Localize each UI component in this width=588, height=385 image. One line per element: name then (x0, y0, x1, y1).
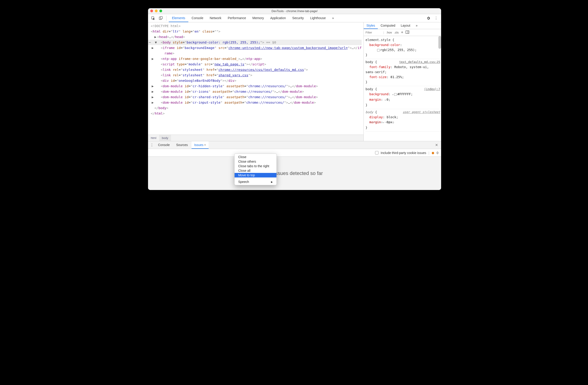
drawer-tab-sources[interactable]: Sources (173, 141, 190, 149)
drawer-menu-icon[interactable] (149, 142, 154, 148)
include-third-party-label: Include third-party cookie issues (381, 151, 426, 155)
tab-console[interactable]: Console (188, 14, 206, 22)
toggle-sidebar-icon[interactable] (406, 31, 409, 34)
close-drawer-icon[interactable]: × (433, 142, 440, 148)
cm-close-all[interactable]: Close all (234, 168, 276, 173)
settings-gear-icon[interactable] (425, 15, 432, 21)
drawer: Console Sources Issues × Include third-p… (148, 141, 441, 190)
inspect-element-icon[interactable] (150, 15, 156, 21)
window-traffic-lights (150, 10, 162, 12)
styles-tabs: Styles Computed Layout » (364, 22, 441, 29)
main-menu-icon[interactable] (433, 15, 439, 21)
styles-tab-styles[interactable]: Styles (364, 22, 378, 29)
zoom-window-button[interactable] (159, 10, 162, 12)
tab-memory[interactable]: Memory (249, 14, 267, 22)
issues-alert-icon[interactable]: ◆ (432, 150, 434, 155)
drawer-body: Include third-party cookie issues | ◆ 0 … (148, 149, 441, 190)
main-toolbar: Elements Console Network Performance Mem… (148, 14, 441, 22)
toolbar-separator (166, 16, 167, 21)
svg-rect-2 (161, 16, 162, 19)
cm-speech[interactable]: Speech▶ (234, 179, 276, 184)
include-third-party-checkbox[interactable] (375, 151, 378, 154)
drawer-tab-issues[interactable]: Issues (191, 141, 209, 149)
scrollbar-thumb[interactable] (438, 36, 441, 49)
crumb-html[interactable]: html (148, 135, 159, 141)
styles-tab-overflow[interactable]: » (413, 22, 420, 29)
elements-split: <!DOCTYPE html><html dir="ltr" lang="en"… (148, 22, 441, 141)
close-window-button[interactable] (150, 10, 153, 12)
minimize-window-button[interactable] (155, 10, 158, 12)
drawer-tabs: Console Sources Issues × (148, 141, 441, 149)
tab-network[interactable]: Network (207, 14, 225, 22)
hov-toggle[interactable]: :hov (386, 31, 392, 34)
close-tab-icon[interactable] (203, 143, 206, 147)
cm-close-right[interactable]: Close tabs to the right (234, 164, 276, 168)
tab-application[interactable]: Application (267, 14, 289, 22)
styles-panel: Styles Computed Layout » | :hov .cls + (364, 22, 441, 141)
tab-security[interactable]: Security (289, 14, 307, 22)
styles-filter-input[interactable] (365, 31, 381, 34)
tabs-overflow[interactable]: » (329, 14, 337, 22)
issues-toolbar: Include third-party cookie issues | ◆ 0 (148, 149, 441, 157)
cm-move-to-top[interactable]: Move to top (234, 173, 276, 177)
window-title: DevTools - chrome://new-tab-page/ (272, 9, 317, 13)
dom-tree[interactable]: <!DOCTYPE html><html dir="ltr" lang="en"… (148, 22, 363, 135)
main-tabs: Elements Console Network Performance Mem… (169, 14, 337, 22)
breadcrumb: html body (148, 135, 363, 141)
cls-toggle[interactable]: .cls (394, 31, 399, 34)
titlebar: DevTools - chrome://new-tab-page/ (148, 8, 441, 14)
cm-separator (234, 178, 276, 179)
drawer-tab-console[interactable]: Console (155, 141, 172, 149)
crumb-body[interactable]: body (159, 135, 171, 141)
tab-lighthouse[interactable]: Lighthouse (307, 14, 329, 22)
styles-rules[interactable]: element.style { background-color: rgb(25… (364, 36, 441, 141)
svg-rect-3 (406, 31, 409, 34)
styles-tab-computed[interactable]: Computed (378, 22, 398, 29)
styles-toolbar: | :hov .cls + (364, 29, 441, 36)
devtools-window: DevTools - chrome://new-tab-page/ Elemen… (148, 8, 441, 190)
issues-empty-state: No issues detected so far (148, 157, 441, 190)
elements-panel: <!DOCTYPE html><html dir="ltr" lang="en"… (148, 22, 364, 141)
tab-performance[interactable]: Performance (225, 14, 249, 22)
cm-close[interactable]: Close (234, 155, 276, 159)
device-toolbar-icon[interactable] (158, 15, 164, 21)
cm-close-others[interactable]: Close others (234, 159, 276, 164)
tab-context-menu: Close Close others Close tabs to the rig… (234, 153, 277, 185)
tab-elements[interactable]: Elements (169, 14, 188, 22)
styles-tab-layout[interactable]: Layout (398, 22, 413, 29)
new-style-rule-icon[interactable]: + (401, 30, 403, 35)
issues-count: 0 (437, 151, 438, 155)
